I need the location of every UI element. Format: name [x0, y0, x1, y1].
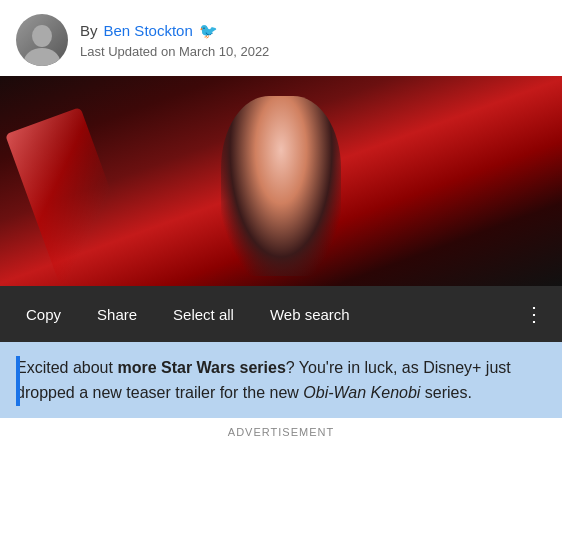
article-body: Excited about more Star Wars series? You…: [0, 342, 562, 418]
author-section: By Ben Stockton 🐦 Last Updated on March …: [0, 0, 562, 76]
ad-label: ADVERTISEMENT: [228, 422, 334, 440]
selection-indicator: [16, 356, 20, 406]
image-container: Copy Share Select all Web search ⋮: [0, 76, 562, 342]
article-text-container: Excited about more Star Wars series? You…: [16, 356, 546, 406]
author-info: By Ben Stockton 🐦 Last Updated on March …: [80, 22, 269, 59]
author-name-link[interactable]: Ben Stockton: [104, 22, 193, 39]
article-text-end: series.: [420, 384, 472, 401]
hero-image: [0, 76, 562, 286]
share-button[interactable]: Share: [79, 286, 155, 342]
more-options-button[interactable]: ⋮: [514, 294, 554, 334]
avatar-image: [16, 14, 68, 66]
ad-bottom-bar: ADVERTISEMENT: [0, 418, 562, 444]
article-text-before-bold: Excited about: [16, 359, 117, 376]
article-bold-text: more Star Wars series: [117, 359, 285, 376]
by-prefix: By: [80, 22, 98, 39]
author-line: By Ben Stockton 🐦: [80, 22, 269, 40]
avatar: [16, 14, 68, 66]
context-menu-bar: Copy Share Select all Web search ⋮: [0, 286, 562, 342]
last-updated-text: Last Updated on March 10, 2022: [80, 44, 269, 59]
article-italic-text: Obi-Wan Kenobi: [303, 384, 420, 401]
twitter-icon[interactable]: 🐦: [199, 22, 218, 40]
web-search-button[interactable]: Web search: [252, 286, 368, 342]
copy-button[interactable]: Copy: [8, 286, 79, 342]
select-all-button[interactable]: Select all: [155, 286, 252, 342]
